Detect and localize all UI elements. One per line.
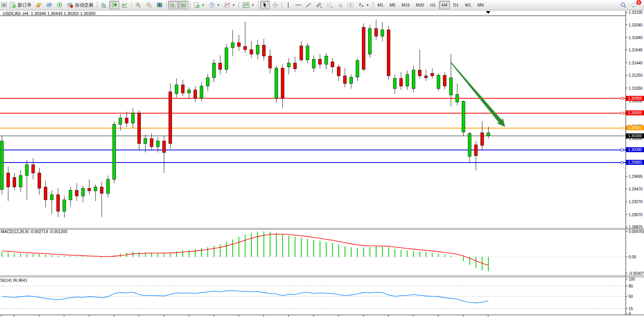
toolbar-separator [166,2,167,8]
profiles-icon [36,2,42,8]
price-line-handle [621,97,623,100]
price-line-badge: 1.30421 [626,125,644,130]
candle-body [263,45,266,56]
search-icon [620,2,627,8]
candle-body [481,133,484,145]
price-tick-label: 1.28875 [629,225,644,229]
timeframe-button-w1[interactable]: W1 [462,1,474,9]
new-chart-dropdown-button[interactable]: ▼ [192,1,206,9]
autotrading-icon [67,2,73,8]
candle-body [456,94,459,102]
candle-body [13,177,16,187]
text-icon: A [337,2,343,8]
autotrading-button[interactable]: 自动交易 [65,1,95,9]
auto-scroll-button[interactable] [168,1,178,9]
toolbar-drag-handle[interactable] [97,2,97,8]
candle-body [468,133,471,156]
webphone-icon [56,2,63,8]
macd-indicator-label: MACD(12,26,9) -0.002714 -0.001200 [1,229,67,234]
cursor-icon [262,2,268,8]
channel-tool-button[interactable]: E [314,1,324,9]
webphone-button[interactable] [54,1,64,9]
chart-canvas[interactable]: USDCAD-,H4 1.30346 1.30443 1.30262 1.303… [0,10,644,322]
timeframe-button-m5[interactable]: M5 [387,1,398,9]
timeframe-button-m30[interactable]: M30 [413,1,427,9]
text-tool-button[interactable]: A [335,1,345,9]
bar-chart-icon [101,2,107,8]
candle-body [144,138,147,143]
zoom-in-button[interactable] [133,1,144,9]
toolbar-drag-handle[interactable] [373,2,373,8]
candle-body [238,43,241,46]
profiles-button[interactable] [34,1,44,9]
line-chart-button[interactable] [120,1,130,9]
svg-text:F: F [331,6,333,8]
timeframe-button-h1[interactable]: H1 [428,1,438,9]
candle-body [231,43,234,48]
candle-body [38,173,41,188]
candle-body [269,56,272,68]
toolbar-drag-handle[interactable] [258,2,259,8]
notifications-button[interactable]: 1 [629,1,640,9]
candle-body [125,118,128,123]
timeframe-button-d1[interactable]: D1 [451,1,461,9]
arrows-dropdown-button[interactable]: ▼ [356,1,371,9]
timeframe-button-m1[interactable]: M1 [375,1,386,9]
candle-body [256,45,259,54]
bar-chart-button[interactable] [99,1,109,9]
candle-body [331,62,334,67]
candle-body [387,30,390,76]
candle-body [337,67,340,76]
chart-graphics [0,10,644,322]
zoom-out-button[interactable] [144,1,154,9]
fibonacci-tool-button[interactable]: F [325,1,335,9]
timeframe-button-m15[interactable]: M15 [399,1,412,9]
rsi-line [2,291,489,303]
price-line-handle [621,161,623,164]
vertical-line-tool-button[interactable] [284,1,293,9]
candlestick-chart-button[interactable] [109,1,119,9]
candle-body [225,48,228,70]
toolbar-separator [190,2,190,8]
candle-body [487,133,490,136]
candle-body [106,179,109,194]
chart-shift-button[interactable] [178,1,188,9]
tile-windows-button[interactable] [155,1,165,9]
svg-text:T: T [349,3,352,7]
candle-body [181,85,184,93]
price-line-handle [621,127,623,129]
timeframe-button-h4[interactable]: H4 [439,1,450,9]
charts-button[interactable] [44,1,54,9]
candle-body [437,75,440,89]
cursor-tool-button[interactable] [260,1,270,9]
horizontal-line-tool-button[interactable] [293,1,303,9]
candle-body [306,46,309,60]
search-button[interactable] [618,1,629,9]
toolbar-separator [282,2,282,8]
rsi-axis-label: 15 [629,307,633,311]
candle-body [287,63,291,67]
text-label-tool-button[interactable]: T [345,1,356,9]
indicators-icon [224,2,230,8]
trendline-tool-button[interactable] [304,1,314,9]
new-order-button[interactable]: 新订单 [8,1,33,9]
toolbar-separator [239,2,239,8]
template-dropdown-button[interactable]: ▼ [241,1,256,9]
indicators-dropdown-button[interactable]: ▼ [222,1,237,9]
periods-dropdown-button[interactable]: ▼ [207,1,222,9]
rsi-axis-label: 80 [629,284,633,288]
candle-body [94,187,97,191]
new-order-label: 新订单 [18,2,31,8]
price-line-badge: 1.30888 [626,96,644,101]
chart-shift-icon [180,2,187,8]
candle-body [119,118,122,125]
candle-body [294,63,297,69]
candle-body [368,29,372,54]
candle-body [356,61,359,77]
crosshair-tool-button[interactable] [270,1,280,9]
candle-body [138,113,141,144]
dropdown-arrow-icon: ▼ [232,3,235,7]
timeframe-button-mn[interactable]: MN [475,1,487,9]
candle-body [188,90,191,93]
candle-body [56,195,59,211]
